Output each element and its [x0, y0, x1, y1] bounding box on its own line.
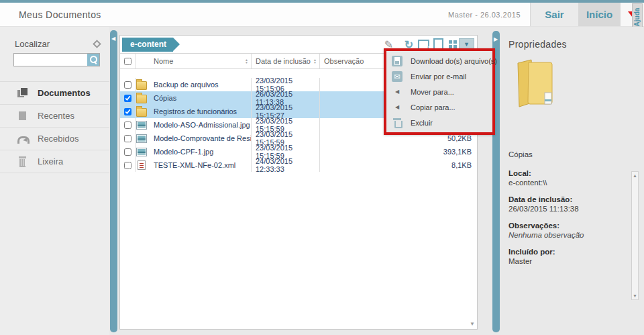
context-menu-item-label: Enviar por e-mail — [411, 73, 466, 81]
file-type-icon — [136, 134, 147, 143]
file-date: 26/03/2015 11:13:38 — [252, 91, 320, 105]
file-name[interactable]: Backup de arquivos — [152, 78, 252, 91]
file-type-icon — [136, 148, 147, 156]
file-type-icon — [138, 160, 146, 170]
home-button[interactable]: Início — [578, 3, 620, 26]
property-label: Local: — [508, 169, 636, 177]
context-menu-item-label: Download do(s) arquivo(s) — [411, 57, 497, 65]
row-checkbox[interactable] — [124, 162, 131, 169]
properties-scrollbar[interactable]: ▲ ▼ — [631, 171, 639, 300]
properties-panel: Propriedades Cópias Local: e-content:\\ … — [502, 27, 644, 335]
file-size: 8,1KB — [429, 158, 477, 172]
property-value: 26/03/2015 11:13:38 — [508, 205, 636, 213]
save-icon — [392, 56, 402, 66]
file-name[interactable]: Cópias — [152, 91, 252, 105]
trash-icon — [17, 156, 28, 166]
file-size: 393,1KB — [429, 145, 477, 158]
file-name[interactable]: Registros de funcionários — [152, 105, 252, 118]
file-date: 24/03/2015 12:33:33 — [252, 158, 320, 172]
property-label: Observações: — [508, 222, 636, 230]
scroll-down-icon[interactable]: ▼ — [470, 321, 475, 327]
sidebar-item-label: Documentos — [38, 88, 91, 98]
properties-title: Propriedades — [508, 39, 636, 50]
date-column-header[interactable]: Data de inclusão▲▼ — [252, 54, 320, 68]
context-menu-item[interactable]: Copiar para... — [386, 99, 492, 115]
sidebar-item-label: Lixeira — [38, 156, 63, 166]
sidebar-item-lixeira[interactable]: Lixeira — [0, 150, 109, 173]
sidebar-item-recentes[interactable]: Recentes — [0, 105, 109, 128]
row-checkbox[interactable] — [124, 95, 131, 102]
file-date: 23/03/2015 15:15:27 — [252, 105, 320, 118]
file-observation — [320, 145, 429, 158]
submenu-arrow-icon — [392, 102, 402, 113]
logout-button[interactable]: Sair — [530, 3, 578, 26]
file-name[interactable]: Modelo-ASO-Admissional.jpg — [152, 118, 252, 132]
sidebar-collapse-bar[interactable]: ◀ — [110, 30, 117, 332]
row-checkbox[interactable] — [124, 122, 131, 129]
context-menu-item-label: Mover para... — [411, 88, 454, 96]
row-checkbox[interactable] — [124, 135, 131, 142]
property-field: Observações: Nenhuma observação — [508, 222, 636, 239]
property-field: Incluído por: Master — [508, 248, 636, 265]
sidebar: Localizar Documentos Recentes Recebidos … — [0, 27, 109, 335]
header-bar: Meus Documentos Master - 26.03.2015 Sair… — [0, 3, 644, 27]
file-date: 23/03/2015 15:15:06 — [252, 78, 320, 91]
search-label: Localizar — [15, 39, 50, 49]
file-date: 23/03/2015 15:15:59 — [252, 145, 320, 158]
property-field: Data de inclusão: 26/03/2015 11:13:38 — [508, 195, 636, 213]
sort-icon[interactable]: ▲▼ — [313, 58, 317, 64]
selected-item-name: Cópias — [508, 150, 636, 158]
file-name[interactable]: TESTE-XML-NFe-02.xml — [152, 158, 252, 172]
context-menu-item[interactable]: Download do(s) arquivo(s) — [386, 53, 492, 68]
row-checkbox[interactable] — [124, 108, 131, 115]
property-field: Local: e-content:\\ — [508, 169, 636, 187]
row-checkbox[interactable] — [124, 81, 131, 89]
file-observation — [320, 158, 429, 172]
context-menu-item[interactable]: Mover para... — [386, 84, 492, 99]
file-date: 23/03/2015 15:15:59 — [252, 132, 320, 145]
context-menu-item-label: Excluir — [411, 119, 433, 127]
context-menu-item[interactable]: Enviar por e-mail — [386, 68, 492, 84]
file-type-icon — [136, 81, 147, 90]
context-menu-item[interactable]: Excluir — [386, 115, 492, 130]
sidebar-item-label: Recentes — [38, 111, 74, 121]
breadcrumb[interactable]: e-content — [122, 38, 173, 52]
properties-fields: Local: e-content:\\ Data de inclusão: 26… — [508, 169, 636, 265]
submenu-arrow-icon — [392, 87, 402, 97]
search-button[interactable] — [87, 54, 99, 66]
clear-search-icon[interactable] — [93, 40, 101, 48]
file-date: 23/03/2015 15:15:59 — [252, 118, 320, 132]
file-type-icon — [136, 108, 147, 117]
file-type-icon — [136, 95, 147, 103]
help-tab[interactable]: Ajuda — [632, 3, 643, 30]
row-checkbox[interactable] — [124, 148, 131, 156]
table-row[interactable]: TESTE-XML-NFe-02.xml 24/03/2015 12:33:33… — [120, 158, 477, 172]
sidebar-item-recebidos[interactable]: Recebidos — [0, 128, 109, 150]
sidebar-item-label: Recebidos — [38, 134, 78, 144]
name-column-header[interactable]: Nome▲▼ — [152, 54, 252, 68]
sort-icon[interactable]: ▲▼ — [245, 58, 248, 64]
trash-icon — [392, 117, 402, 128]
property-label: Data de inclusão: — [508, 195, 636, 203]
app-window: Meus Documentos Master - 26.03.2015 Sair… — [0, 0, 644, 335]
table-row[interactable]: Modelo-CPF-1.jpg 23/03/2015 15:15:59 393… — [120, 145, 477, 158]
property-value: Nenhuma observação — [508, 231, 636, 239]
select-all-checkbox[interactable] — [124, 58, 131, 65]
folder-large-icon — [510, 58, 564, 109]
page-title: Meus Documentos — [0, 9, 101, 20]
scroll-up-icon[interactable]: ▲ — [632, 173, 638, 178]
scroll-down-icon[interactable]: ▼ — [632, 293, 638, 298]
help-tab-label: Ajuda — [634, 7, 641, 26]
received-icon — [17, 134, 28, 144]
documents-icon — [17, 88, 28, 98]
context-menu: Download do(s) arquivo(s) Enviar por e-m… — [384, 48, 495, 135]
sidebar-item-documentos[interactable]: Documentos — [0, 82, 109, 105]
context-menu-item-label: Copiar para... — [411, 103, 455, 111]
file-name[interactable]: Modelo-Comprovante de Residência — [152, 132, 252, 145]
property-value: e-content:\\ — [508, 179, 636, 187]
type-column-header — [136, 54, 152, 68]
property-label: Incluído por: — [508, 248, 636, 256]
file-type-icon — [136, 121, 147, 130]
collapse-right-icon: ▶ — [494, 36, 498, 42]
file-name[interactable]: Modelo-CPF-1.jpg — [152, 145, 252, 158]
